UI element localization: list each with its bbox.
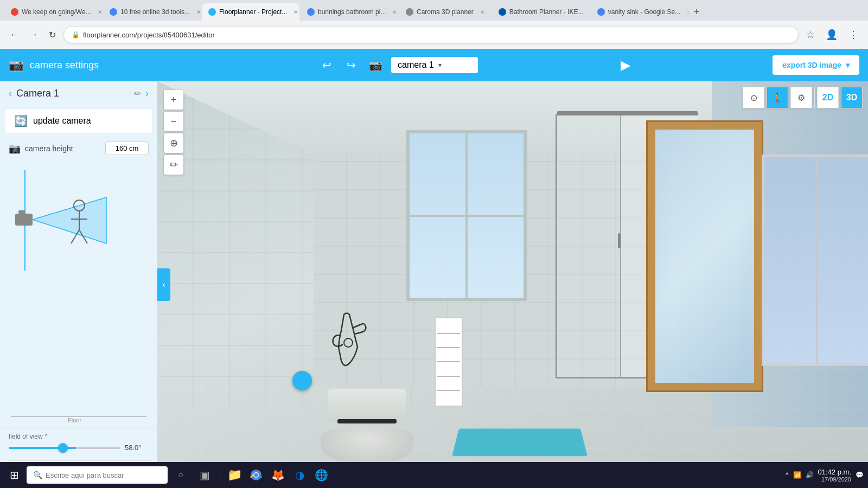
tab-7-close[interactable]: ✕ bbox=[687, 9, 688, 15]
update-camera-label: update camera bbox=[33, 116, 91, 126]
view-toolbar: + − ⊕ ✏ bbox=[164, 90, 183, 175]
orbit-icon: ⊙ bbox=[750, 93, 757, 103]
walk-mode-button[interactable]: 🚶 bbox=[767, 87, 788, 108]
redo-button[interactable]: ↪ bbox=[342, 56, 360, 74]
fov-value: 58.0° bbox=[125, 444, 149, 452]
taskbar-explorer[interactable]: 📁 bbox=[225, 465, 244, 485]
scene-side-window bbox=[762, 155, 869, 366]
2d-view-button[interactable]: 2D bbox=[817, 87, 839, 108]
3d-view-mode-button[interactable]: 3D bbox=[841, 87, 863, 108]
fov-label: field of view ° bbox=[9, 433, 149, 440]
scene-blue-ball bbox=[292, 371, 312, 390]
sidebar: ‹ Camera 1 ✏ › 🔄 update camera 📷 camera … bbox=[0, 81, 157, 488]
sidebar-edit-button[interactable]: ✏ bbox=[134, 88, 141, 99]
task-view-button[interactable]: ▣ bbox=[194, 464, 215, 486]
floor-label: Floor bbox=[68, 417, 81, 423]
taskbar-extra[interactable]: 🌐 bbox=[311, 465, 331, 485]
bookmark-button[interactable]: ☆ bbox=[803, 27, 818, 43]
scene-toilet bbox=[321, 389, 413, 464]
header-camera-icon: 📷 bbox=[9, 58, 23, 72]
more-button[interactable]: ⋮ bbox=[845, 27, 861, 43]
zoom-in-button[interactable]: + bbox=[164, 90, 183, 110]
update-camera-button[interactable]: 🔄 update camera bbox=[5, 109, 152, 133]
main-content: ‹ Camera 1 ✏ › 🔄 update camera 📷 camera … bbox=[0, 81, 868, 488]
rack-bar-5 bbox=[437, 390, 460, 391]
address-bar-row: ← → ↻ 🔒 floorplanner.com/projects/854006… bbox=[0, 21, 868, 49]
tab-2-label: 10 free online 3d tools... bbox=[120, 8, 190, 16]
tab-4-close[interactable]: ✕ bbox=[392, 9, 397, 15]
sidebar-next-button[interactable]: › bbox=[145, 88, 149, 99]
3d-view-button[interactable]: 📷 bbox=[367, 56, 385, 74]
tab-4-label: bunnings bathroom pl... bbox=[318, 8, 386, 16]
dollhouse-mode-button[interactable]: ⚙ bbox=[790, 87, 812, 108]
tab-1[interactable]: We keep on going/We... ✕ bbox=[4, 3, 102, 21]
cortana-button[interactable]: ○ bbox=[170, 464, 192, 486]
tab-5[interactable]: Caroma 3D planner ✕ bbox=[399, 3, 491, 21]
shower-door-handle bbox=[618, 233, 621, 248]
camera-height-input[interactable] bbox=[105, 142, 149, 155]
profile-button[interactable]: 👤 bbox=[822, 27, 841, 43]
tab-3[interactable]: Floorplanner - Project... ✕ bbox=[202, 3, 299, 21]
camera-height-icon: 📷 bbox=[9, 143, 21, 155]
taskbar-time: 01:42 p.m. 17/09/2020 bbox=[818, 468, 851, 483]
time-display: 01:42 p.m. bbox=[818, 468, 851, 476]
collapse-sidebar-button[interactable]: ‹ bbox=[157, 268, 170, 301]
draw-button[interactable]: ✏ bbox=[164, 155, 183, 175]
taskbar: ⊞ 🔍 Escribe aquí para buscar ○ ▣ 📁 🦊 ◑ 🌐… bbox=[0, 462, 868, 488]
undo-button[interactable]: ↩ bbox=[318, 56, 336, 74]
tab-6[interactable]: Bathroom Planner - IKE... ✕ bbox=[492, 3, 590, 21]
tab-1-icon bbox=[11, 8, 18, 16]
camera-selector-chevron-icon: ▾ bbox=[438, 61, 442, 69]
bathroom-scene bbox=[157, 81, 868, 488]
center-view-button[interactable]: ⊕ bbox=[164, 133, 183, 153]
tab-2[interactable]: 10 free online 3d tools... ✕ bbox=[103, 3, 201, 21]
fov-slider[interactable] bbox=[9, 447, 120, 449]
taskbar-chevron[interactable]: ^ bbox=[786, 471, 789, 479]
fov-section: field of view ° 58.0° bbox=[0, 428, 157, 456]
header-title: camera settings bbox=[30, 60, 311, 71]
tab-2-close[interactable]: ✕ bbox=[196, 9, 201, 15]
address-bar[interactable]: 🔒 floorplanner.com/projects/85400631/edi… bbox=[63, 26, 799, 43]
toilet-bowl bbox=[321, 426, 413, 464]
tab-7-icon bbox=[597, 8, 605, 16]
tab-7-label: vanity sink - Google Se... bbox=[608, 8, 680, 16]
taskbar-chrome[interactable] bbox=[246, 465, 266, 485]
sidebar-header: ‹ Camera 1 ✏ › bbox=[0, 81, 157, 106]
tab-6-icon bbox=[499, 8, 506, 16]
back-button[interactable]: ← bbox=[7, 28, 22, 42]
tab-5-label: Caroma 3D planner bbox=[417, 8, 474, 16]
side-window-divider bbox=[816, 157, 818, 363]
taskbar-search[interactable]: 🔍 Escribe aquí para buscar bbox=[27, 466, 168, 484]
taskbar-edge[interactable]: ◑ bbox=[290, 465, 309, 485]
sidebar-back-button[interactable]: ‹ bbox=[9, 88, 12, 99]
lock-icon: 🔒 bbox=[72, 31, 80, 38]
export-chevron-icon: ▾ bbox=[846, 61, 850, 69]
taskbar-wifi-icon: 📶 bbox=[793, 471, 801, 479]
export-button[interactable]: export 3D image ▾ bbox=[773, 55, 859, 75]
play-button[interactable]: ▶ bbox=[484, 57, 766, 73]
zoom-out-button[interactable]: − bbox=[164, 112, 183, 131]
app-container: 📷 camera settings ↩ ↪ 📷 camera 1 ▾ ▶ exp… bbox=[0, 49, 868, 488]
tab-4[interactable]: bunnings bathroom pl... ✕ bbox=[301, 3, 398, 21]
start-button[interactable]: ⊞ bbox=[4, 466, 24, 484]
tab-3-close[interactable]: ✕ bbox=[293, 9, 298, 15]
scene-mirror bbox=[648, 122, 762, 390]
camera-selector[interactable]: camera 1 ▾ bbox=[391, 57, 478, 73]
refresh-button[interactable]: ↻ bbox=[46, 28, 59, 42]
tab-7[interactable]: vanity sink - Google Se... ✕ bbox=[591, 3, 688, 21]
dollhouse-icon: ⚙ bbox=[797, 93, 805, 103]
svg-point-9 bbox=[344, 338, 353, 347]
new-tab-button[interactable]: + bbox=[690, 3, 704, 21]
forward-button[interactable]: → bbox=[26, 28, 41, 42]
tab-bar: We keep on going/We... ✕ 10 free online … bbox=[0, 0, 868, 21]
tab-3-label: Floorplanner - Project... bbox=[219, 8, 287, 16]
fov-slider-row: 58.0° bbox=[9, 444, 149, 452]
taskbar-firefox[interactable]: 🦊 bbox=[268, 465, 288, 485]
scene-window bbox=[406, 130, 527, 301]
tab-5-close[interactable]: ✕ bbox=[480, 9, 484, 15]
svg-marker-3 bbox=[33, 197, 106, 243]
taskbar-notification-icon[interactable]: 💬 bbox=[856, 471, 864, 479]
orbit-mode-button[interactable]: ⊙ bbox=[743, 87, 764, 108]
view-mode-toolbar: ⊙ 🚶 ⚙ 2D 3D bbox=[743, 87, 863, 108]
tab-1-close[interactable]: ✕ bbox=[98, 9, 102, 15]
